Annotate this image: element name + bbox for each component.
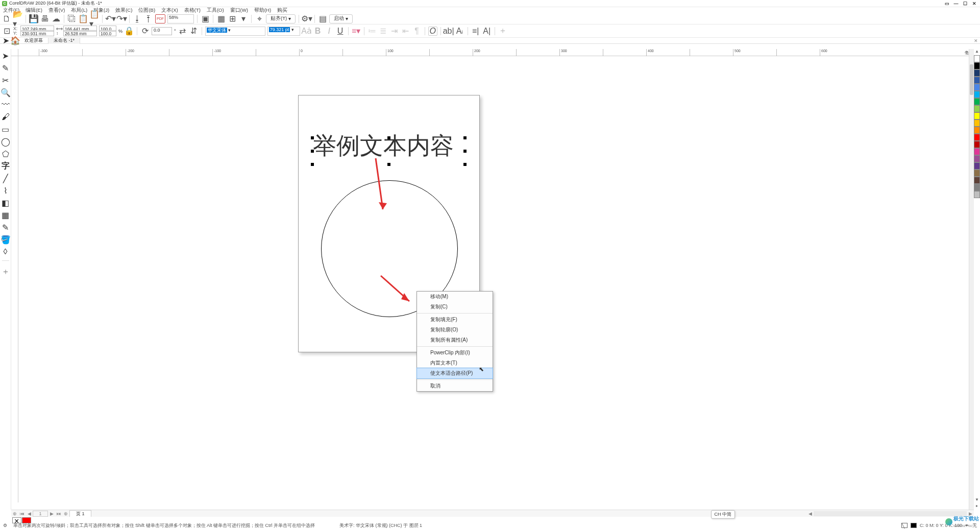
pick-tool-indicator[interactable]: ➤	[1, 36, 10, 45]
bold-button[interactable]: B	[313, 27, 323, 36]
mirror-v-button[interactable]: ⇵	[189, 27, 199, 36]
palette-swatch[interactable]	[974, 91, 980, 98]
rotation-input[interactable]: 0.0	[152, 27, 172, 35]
vertical-scrollbar[interactable]	[969, 49, 974, 510]
menu-edit[interactable]: 编辑(E)	[26, 7, 42, 14]
export-button[interactable]: ⭱	[144, 14, 153, 23]
list-bullet-button[interactable]: ≔	[368, 27, 377, 36]
drop-shadow-tool[interactable]: ◧	[1, 198, 10, 207]
pdf-export-button[interactable]: PDF	[155, 14, 165, 23]
undo-button[interactable]: ↶▾	[106, 14, 115, 23]
outline-tool[interactable]: ◊	[1, 247, 10, 256]
ctx-copy-fill[interactable]: 复制填充(F)	[417, 315, 493, 325]
menu-tools[interactable]: 工具(O)	[207, 7, 224, 14]
launch-icon[interactable]: ▤	[318, 14, 327, 23]
text-columns-button[interactable]: A|	[482, 27, 492, 36]
selection-handle[interactable]	[463, 150, 467, 153]
freehand-tool[interactable]: 〰	[1, 100, 10, 109]
ctx-place-text[interactable]: 内置文本(T)	[417, 358, 493, 368]
palette-swatch[interactable]	[974, 69, 980, 77]
text-wrap-button[interactable]: ≡|	[471, 27, 480, 36]
clipboard-button[interactable]: 📋▾	[90, 14, 99, 23]
fullscreen-button[interactable]: ▣	[201, 14, 210, 23]
underline-button[interactable]: U	[336, 27, 345, 36]
launch-dropdown[interactable]: 启动▾	[329, 14, 353, 23]
palette-swatch[interactable]	[974, 119, 980, 127]
page-next-button[interactable]: ▶	[48, 511, 55, 516]
vertical-ruler[interactable]	[11, 56, 18, 502]
palette-swatch[interactable]	[974, 155, 980, 162]
cloud-button[interactable]: ☁	[52, 14, 61, 23]
rectangle-tool[interactable]: ▭	[1, 125, 10, 134]
indent-inc-button[interactable]: ⇥	[390, 27, 399, 36]
align-icon[interactable]: ⌖	[255, 14, 264, 23]
palette-swatch[interactable]	[974, 170, 980, 177]
palette-flyout-button[interactable]: ▸	[974, 503, 980, 510]
lock-ratio-button[interactable]: 🔒	[125, 27, 134, 36]
new-doc-button[interactable]: 🗋	[2, 14, 11, 23]
parallel-dim-tool[interactable]: ╱	[1, 174, 10, 183]
minimize-button[interactable]: —	[952, 1, 960, 6]
indent-dec-button[interactable]: ⇤	[401, 27, 410, 36]
palette-swatch[interactable]	[974, 184, 980, 191]
zoom-tool[interactable]: 🔍	[1, 88, 10, 97]
page-first-button[interactable]: ⏮	[18, 511, 26, 516]
guides-button[interactable]: ⊞	[228, 14, 237, 23]
polygon-tool[interactable]: ⬠	[1, 149, 10, 158]
text-direction-h-button[interactable]: ab|	[444, 27, 453, 36]
ctx-move[interactable]: 移动(M)	[417, 292, 493, 302]
italic-button[interactable]: I	[325, 27, 334, 36]
text-object[interactable]: 举例文本内容	[313, 134, 454, 158]
font-variant-button[interactable]: Aȧ	[302, 27, 311, 36]
text-tool[interactable]: 字	[1, 161, 10, 171]
hscroll-left-button[interactable]: ◀	[806, 511, 814, 516]
ellipse-tool[interactable]: ◯	[1, 137, 10, 146]
palette-up-button[interactable]: ▲	[974, 49, 980, 55]
scale-y-input[interactable]: 100.0	[99, 30, 116, 36]
palette-swatch[interactable]	[974, 77, 980, 84]
font-family-select[interactable]: 华文宋体 ▾	[205, 27, 265, 36]
tab-document[interactable]: 未命名 -1*	[48, 38, 80, 44]
status-gear-icon[interactable]: ⚙	[3, 523, 9, 528]
tabrow-close-icon[interactable]: ✕	[974, 38, 980, 43]
selection-handle[interactable]	[311, 163, 314, 166]
maximize-button[interactable]: ☐	[962, 1, 969, 6]
palette-swatch[interactable]	[974, 127, 980, 134]
shape-tool[interactable]: ✎	[1, 63, 10, 73]
ctx-fit-text-to-path[interactable]: 使文本适合路径(P)	[416, 368, 493, 379]
palette-swatch[interactable]	[974, 84, 980, 91]
page-tab[interactable]: 页 1	[69, 510, 91, 517]
selection-handle[interactable]	[311, 136, 314, 139]
mirror-h-button[interactable]: ⇄	[178, 27, 187, 36]
palette-swatch[interactable]	[974, 191, 980, 198]
status-fill-none-icon[interactable]: ╲	[901, 523, 908, 528]
page-prev-button[interactable]: ◀	[26, 511, 33, 516]
menu-buy[interactable]: 购买	[277, 7, 287, 14]
copy-button[interactable]: ⿻	[67, 14, 77, 23]
connector-tool[interactable]: ⌇	[1, 186, 10, 195]
menu-window[interactable]: 窗口(W)	[230, 7, 248, 14]
tab-welcome[interactable]: 欢迎屏幕	[19, 38, 48, 44]
menu-text[interactable]: 文本(X)	[161, 7, 178, 14]
canvas[interactable]: 举例文本内容 移动(M) 复制(C) 复制填充(F) 复制轮廓(O) 复制所有属…	[18, 56, 974, 502]
height-input[interactable]: 26.528 mm	[63, 30, 97, 36]
menu-effect[interactable]: 效果(C)	[115, 7, 132, 14]
crop-tool[interactable]: ✂	[1, 76, 10, 85]
transparency-tool[interactable]: ▦	[1, 210, 10, 220]
horizontal-scrollbar[interactable]	[814, 511, 967, 516]
menu-view[interactable]: 查看(V)	[48, 7, 65, 14]
palette-swatch[interactable]	[974, 177, 980, 184]
ruler-corner[interactable]	[11, 49, 18, 56]
selection-handle[interactable]	[387, 163, 390, 166]
eyedropper-tool[interactable]: ✎	[1, 223, 10, 232]
palette-swatch[interactable]	[974, 141, 980, 148]
dropcap-button[interactable]: ¶	[412, 27, 422, 36]
selection-handle[interactable]	[387, 136, 390, 139]
char-O-button[interactable]: O	[428, 27, 437, 36]
selection-handle[interactable]	[311, 150, 314, 153]
palette-swatch[interactable]	[974, 62, 980, 69]
text-props-button[interactable]: Aᵢ	[455, 27, 464, 36]
menu-table[interactable]: 表格(T)	[184, 7, 201, 14]
artistic-media-tool[interactable]: 🖌	[1, 112, 10, 122]
save-button[interactable]: 💾	[29, 14, 38, 23]
